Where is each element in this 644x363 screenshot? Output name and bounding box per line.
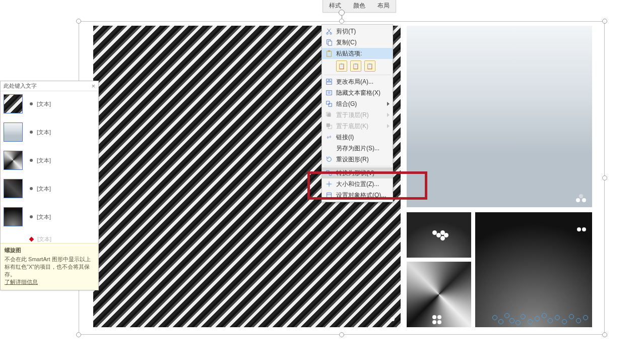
menu-convert-to-shapes[interactable]: 转换为形状(V): [322, 167, 393, 178]
smartart-extra-nodes: [492, 308, 598, 328]
svg-rect-3: [328, 41, 332, 45]
menu-hide-text-pane-label: 隐藏文本窗格(X): [336, 89, 380, 97]
text-pane-item[interactable]: [文本]: [4, 207, 95, 226]
cut-icon: [324, 27, 334, 36]
svg-rect-18: [327, 193, 332, 198]
convert-shapes-icon: [324, 168, 334, 177]
size-position-icon: [324, 179, 334, 189]
menu-paste-options[interactable]: 粘贴选项:: [322, 48, 393, 59]
textpane-icon: [324, 88, 334, 97]
smartart-image-5[interactable]: [407, 262, 471, 327]
info-body: 不会在此 SmartArt 图形中显示以上标有红色"X"的项目，也不会将其保存。: [5, 256, 94, 278]
layout-icon: [324, 77, 334, 86]
tab-color[interactable]: 颜色: [347, 0, 371, 12]
menu-change-layout-label: 更改布局(A)...: [336, 78, 373, 86]
menu-link[interactable]: 链接(I): [322, 132, 393, 143]
menu-hide-text-pane[interactable]: 隐藏文本窗格(X): [322, 87, 393, 98]
text-pane-thumb: [4, 151, 23, 170]
paste-icon: [324, 49, 334, 58]
svg-rect-7: [330, 79, 332, 81]
smartart-mini-toolbar: 样式 颜色 布局: [323, 0, 396, 13]
text-pane-thumb: [4, 207, 23, 226]
text-pane-info: 螺旋图 不会在此 SmartArt 图形中显示以上标有红色"X"的项目，也不会将…: [1, 243, 98, 290]
menu-save-as-picture[interactable]: 另存为图片(S)...: [322, 143, 393, 154]
svg-rect-9: [327, 91, 332, 95]
svg-rect-8: [327, 82, 332, 84]
text-pane-item[interactable]: [文本]: [4, 151, 95, 170]
menu-send-to-back-label: 置于底层(K): [336, 122, 368, 131]
bring-front-icon: [324, 110, 334, 119]
menu-copy-label: 复制(C): [336, 38, 357, 47]
info-heading: 螺旋图: [5, 247, 94, 254]
bullet-icon: [30, 131, 33, 134]
text-pane-thumb: [4, 179, 23, 198]
smartart-image-2[interactable]: [407, 26, 592, 207]
copy-icon: [324, 38, 334, 47]
svg-point-17: [329, 173, 332, 175]
link-icon: [324, 133, 334, 142]
group-icon: [324, 99, 334, 108]
menu-cut-label: 剪切(T): [336, 27, 356, 36]
menu-cut[interactable]: 剪切(T): [322, 26, 393, 37]
menu-save-as-picture-label: 另存为图片(S)...: [336, 144, 379, 153]
svg-rect-5: [328, 50, 330, 52]
text-pane-thumb: [4, 94, 23, 113]
svg-rect-11: [329, 103, 332, 106]
menu-link-label: 链接(I): [336, 133, 354, 142]
reset-icon: [324, 155, 334, 164]
smartart-text-pane: 此处键入文字 × [文本] [文本] [文本] [文本] [文本]: [0, 81, 99, 290]
svg-rect-12: [328, 113, 331, 117]
text-pane-item[interactable]: [文本]: [4, 123, 95, 142]
menu-bring-to-front: 置于顶层(R): [322, 109, 393, 120]
menu-copy[interactable]: 复制(C): [322, 37, 393, 48]
text-pane-list: [文本] [文本] [文本] [文本] [文本] [文本]: [1, 91, 98, 254]
menu-change-layout[interactable]: 更改布局(A)...: [322, 76, 393, 87]
info-link[interactable]: 了解详细信息: [5, 278, 94, 286]
menu-separator: [324, 75, 391, 75]
menu-reset-graphic[interactable]: 重设图形(R): [322, 154, 393, 165]
smartart-image-3[interactable]: [407, 212, 471, 258]
text-pane-item-invalid[interactable]: [文本]: [4, 235, 95, 243]
svg-rect-6: [327, 79, 329, 81]
bullet-icon: [30, 187, 33, 190]
format-object-icon: [324, 191, 334, 200]
menu-bring-to-front-label: 置于顶层(R): [336, 111, 369, 119]
menu-format-object[interactable]: 设置对象格式(O)...: [322, 190, 393, 201]
text-pane-title-row: 此处键入文字 ×: [1, 81, 98, 91]
text-pane-item[interactable]: [文本]: [4, 179, 95, 198]
menu-reset-graphic-label: 重设图形(R): [336, 155, 369, 164]
submenu-arrow-icon: [387, 113, 390, 117]
menu-paste-label: 粘贴选项:: [336, 49, 362, 58]
save-picture-icon: [324, 144, 334, 153]
menu-send-to-back: 置于底层(K): [322, 120, 393, 132]
menu-group[interactable]: 组合(G): [322, 98, 393, 109]
bullet-icon: [30, 215, 33, 218]
paste-options-row: 📋 📋 📋: [322, 59, 393, 74]
text-pane-item-label: [文本]: [37, 213, 51, 221]
svg-rect-4: [327, 51, 332, 57]
invalid-bullet-icon: [29, 237, 34, 242]
paste-option-2[interactable]: 📋: [350, 60, 361, 72]
svg-rect-16: [327, 171, 329, 173]
text-pane-item-label: [文本]: [37, 157, 51, 164]
menu-separator: [324, 166, 391, 166]
menu-size-position-label: 大小和位置(Z)...: [336, 180, 379, 189]
context-menu: 剪切(T) 复制(C) 粘贴选项: 📋 📋 📋 更改布局(A)... 隐藏文本窗…: [321, 24, 393, 202]
menu-group-label: 组合(G): [336, 100, 357, 108]
menu-size-position[interactable]: 大小和位置(Z)...: [322, 178, 393, 190]
paste-option-1[interactable]: 📋: [336, 60, 347, 72]
text-pane-title: 此处键入文字: [4, 82, 37, 90]
bullet-icon: [30, 102, 33, 105]
menu-format-object-label: 设置对象格式(O)...: [336, 191, 386, 200]
menu-convert-to-shapes-label: 转换为形状(V): [336, 169, 374, 177]
paste-option-3[interactable]: 📋: [364, 60, 375, 72]
text-pane-item[interactable]: [文本]: [4, 94, 95, 113]
rotation-handle[interactable]: [339, 10, 345, 16]
text-pane-item-label: [文本]: [37, 185, 51, 193]
svg-rect-10: [327, 101, 330, 104]
tab-layout[interactable]: 布局: [371, 0, 396, 12]
submenu-arrow-icon: [387, 102, 390, 106]
text-pane-close-button[interactable]: ×: [91, 82, 95, 90]
submenu-arrow-icon: [387, 124, 390, 128]
text-pane-item-label: [文本]: [37, 129, 51, 136]
